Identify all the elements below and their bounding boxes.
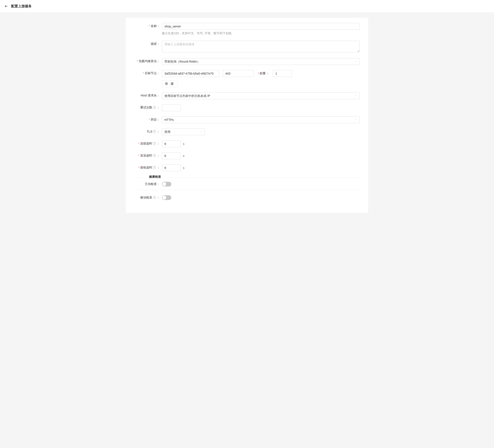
unit-seconds: s	[183, 154, 184, 157]
target-weight-input[interactable]	[273, 70, 292, 77]
chevron-down-icon	[355, 59, 357, 64]
health-check-divider: 健康检查	[135, 177, 359, 178]
tls-select[interactable]: 禁用	[162, 128, 205, 135]
page-header: 配置上游服务	[0, 0, 494, 13]
protocol-select[interactable]: HTTPs	[162, 116, 359, 123]
help-icon[interactable]: ?	[153, 196, 156, 199]
label-active-check: 主动检查：	[135, 182, 162, 186]
health-check-title: 健康检查	[147, 175, 163, 179]
chevron-down-icon	[200, 130, 202, 134]
chevron-down-icon	[355, 94, 357, 98]
page-title: 配置上游服务	[11, 4, 32, 9]
content-wrap: *名称： 最大长度100，支持中文、符号, 字母、数字和下划线 描述：	[0, 13, 494, 218]
retries-input[interactable]	[162, 104, 181, 111]
passive-check-switch[interactable]	[162, 195, 171, 200]
form-card: *名称： 最大长度100，支持中文、符号, 字母、数字和下划线 描述：	[126, 18, 368, 213]
label-passive-check: 被动检查 ? ：	[135, 196, 162, 200]
protocol-value: HTTPs	[164, 118, 174, 122]
description-textarea[interactable]	[162, 41, 359, 52]
label-host-header: Host 请求头：	[135, 92, 162, 97]
target-port-input[interactable]	[223, 70, 254, 77]
host-header-value: 使用目标节点列表中的主机名或 IP	[164, 94, 210, 98]
label-description: 描述：	[135, 41, 162, 46]
label-target: *目标节点：	[135, 70, 162, 75]
tls-value: 禁用	[164, 130, 171, 134]
new-target-button[interactable]: 新 建	[162, 80, 178, 87]
chevron-down-icon	[355, 118, 357, 122]
back-arrow-icon[interactable]	[4, 4, 8, 8]
target-host-input[interactable]	[162, 70, 219, 77]
lb-algo-select[interactable]: 带权轮询（Round Robin）	[162, 58, 359, 65]
divider	[135, 190, 359, 190]
label-name: *名称：	[135, 23, 162, 28]
label-recv-timeout: *接收超时 ? ：	[135, 164, 162, 170]
send-timeout-input[interactable]	[162, 152, 181, 159]
label-lb-algo: *负载均衡算法：	[135, 58, 162, 63]
name-help-text: 最大长度100，支持中文、符号, 字母、数字和下划线	[162, 31, 359, 36]
host-header-select[interactable]: 使用目标节点列表中的主机名或 IP	[162, 92, 359, 99]
unit-seconds: s	[183, 142, 184, 145]
connect-timeout-input[interactable]	[162, 140, 181, 147]
label-protocol: *协议：	[135, 116, 162, 121]
label-connect-timeout: *连接超时 ? ：	[135, 140, 162, 145]
help-icon[interactable]: ?	[153, 166, 156, 169]
recv-timeout-input[interactable]	[162, 164, 181, 171]
unit-seconds: s	[183, 166, 184, 170]
label-send-timeout: *发送超时 ? ：	[135, 152, 162, 157]
label-retries: 重试次数 ? ：	[135, 104, 162, 109]
help-icon[interactable]: ?	[153, 142, 156, 145]
target-node-row: *权重：	[162, 70, 359, 77]
help-icon[interactable]: ?	[153, 106, 156, 109]
lb-algo-value: 带权轮询（Round Robin）	[164, 59, 200, 64]
label-weight: *权重：	[257, 72, 269, 75]
help-icon[interactable]: ?	[153, 154, 156, 157]
active-check-switch[interactable]	[162, 182, 171, 186]
name-input[interactable]	[162, 23, 359, 30]
help-icon[interactable]: ?	[153, 130, 156, 133]
label-tls: TLS ? ：	[135, 128, 162, 133]
